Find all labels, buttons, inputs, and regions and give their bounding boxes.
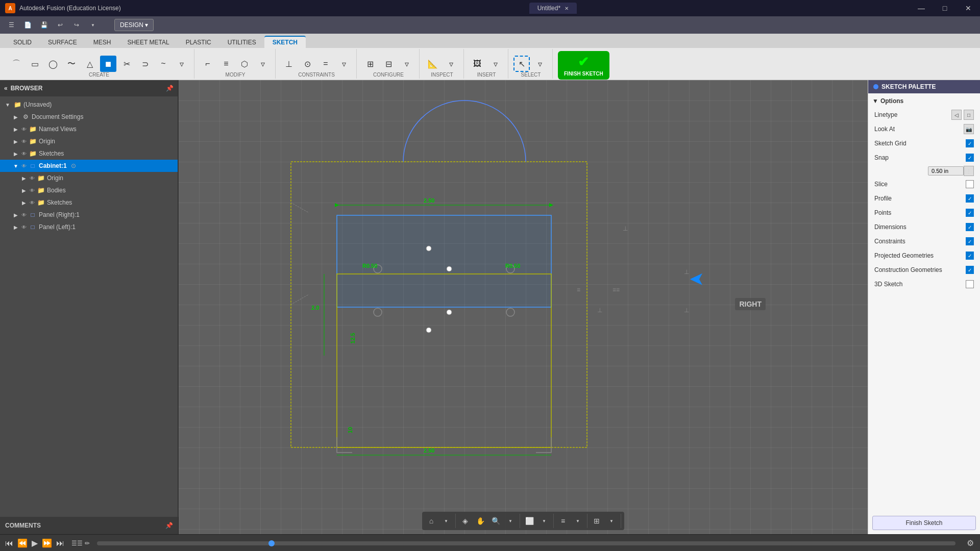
timeline-play[interactable]: ▶ [32,538,38,548]
tree-item-cabinet-bodies[interactable]: ▶ 👁 📁 Bodies [0,184,178,196]
measure-btn[interactable]: 📐 [425,56,441,72]
select-btn[interactable]: ↖ [513,56,530,72]
construction-geometries-checkbox[interactable]: ✓ [966,266,974,274]
dimensions-checkbox[interactable]: ✓ [966,223,974,231]
tree-item-panel-left[interactable]: ▶ 👁 □ Panel (Left):1 [0,221,178,233]
timeline-view-icon[interactable]: ☰☰ [71,540,83,547]
insert-more[interactable]: ▿ [487,56,504,72]
projected-geometries-checkbox[interactable]: ✓ [966,252,974,260]
undo-dropdown[interactable]: ▼ [86,18,100,32]
points-checkbox[interactable]: ✓ [966,209,974,217]
configure-more[interactable]: ▿ [399,56,415,72]
timeline-next-end[interactable]: ⏭ [56,539,64,548]
constraint-more[interactable]: ▿ [336,56,352,72]
visual-dropdown-btn[interactable]: ▼ [571,514,585,528]
fillet-tool[interactable]: ⌐ [200,56,216,72]
close-tab-icon[interactable]: ✕ [565,6,569,11]
configure-btn2[interactable]: ⊟ [380,56,397,72]
timeline-edit-icon[interactable]: ✏ [85,540,90,547]
3d-sketch-checkbox[interactable] [966,280,974,288]
snap-value-input[interactable] [928,166,964,176]
snap-options-button[interactable]: ⋮ [964,166,974,176]
constraints-checkbox[interactable]: ✓ [966,237,974,245]
maximize-button[interactable]: □ [933,0,957,16]
tree-item-cabinet-sketches[interactable]: ▶ 👁 📁 Sketches [0,196,178,209]
tab-sketch[interactable]: SKETCH [264,36,306,48]
view-dropdown-btn[interactable]: ▼ [439,514,453,528]
app-menu-button[interactable]: ☰ [4,18,18,32]
browser-collapse-icon[interactable]: « [4,85,8,92]
grid-btn[interactable]: ⊞ [590,514,604,528]
more-create-tool[interactable]: ▿ [174,56,190,72]
pan-btn[interactable]: ✋ [473,514,487,528]
save-button[interactable]: 💾 [37,18,51,32]
tab-solid[interactable]: SOLID [5,37,40,48]
grid-dropdown-btn[interactable]: ▼ [604,514,619,528]
redo-button[interactable]: ↪ [69,18,84,32]
zoom-dropdown-btn[interactable]: ▼ [503,514,518,528]
visual-style-btn[interactable]: ≡ [556,514,570,528]
profile-checkbox[interactable]: ✓ [966,194,974,203]
timeline-next[interactable]: ⏩ [42,538,52,548]
tab-utilities[interactable]: UTILITIES [219,37,264,48]
insert-image-btn[interactable]: 🖼 [469,56,485,72]
timeline-slider[interactable] [97,541,955,545]
browser-pin-icon[interactable]: 📌 [166,85,174,92]
tree-item-panel-right[interactable]: ▶ 👁 □ Panel (Right):1 [0,209,178,221]
trim-tool[interactable]: ✂ [118,56,135,72]
tab-surface[interactable]: SURFACE [40,37,85,48]
equal-tool[interactable]: = [317,56,334,72]
coincident-tool[interactable]: ⊥ [281,56,297,72]
display-dropdown-btn[interactable]: ▼ [537,514,551,528]
options-section-header[interactable]: ▼ Options [872,97,976,105]
tree-item-cabinet-origin[interactable]: ▶ 👁 📁 Origin [0,172,178,184]
settings-icon-bottom[interactable]: ⚙ [961,538,980,548]
minimize-button[interactable]: — [910,0,933,16]
tree-item-cabinet[interactable]: ▼ 👁 □ Cabinet:1 ⊙ [0,160,178,172]
rectangle-tool[interactable]: ▭ [27,56,43,72]
comments-pin-icon[interactable]: 📌 [165,522,173,529]
tab-sheet-metal[interactable]: SHEET METAL [119,37,177,48]
document-tab[interactable]: Untitled* ✕ [529,3,577,14]
tree-item-named-views[interactable]: ▶ 👁 📁 Named Views [0,123,178,135]
sketch-grid-checkbox[interactable]: ✓ [966,139,974,147]
new-button[interactable]: 📄 [20,18,35,32]
named-views-btn[interactable]: ◈ [458,514,472,528]
finish-sketch-button[interactable]: ✔ FINISH SKETCH [558,51,609,80]
polygon-tool[interactable]: △ [82,56,98,72]
curve-tool[interactable]: ~ [155,56,172,72]
timeline-prev[interactable]: ⏪ [17,538,28,548]
close-button[interactable]: ✕ [957,0,980,16]
tree-item-document-settings[interactable]: ▶ ⚙ Document Settings [0,111,178,123]
undo-button[interactable]: ↩ [53,18,67,32]
cabinet-radio-icon[interactable]: ⊙ [71,162,76,169]
viewport[interactable]: ⊥ ≡ ⊥ ⊥ ≡≡ ⊥ 2.50 R0.50 R0.50 2.0 2.50 1… [179,80,868,534]
offset-tool[interactable]: ≡ [218,56,234,72]
line-tool[interactable]: ⌒ [8,56,24,72]
spline-tool[interactable]: 〜 [63,56,80,72]
finish-sketch-palette-button[interactable]: Finish Sketch [872,516,976,530]
modify-more[interactable]: ▿ [255,56,271,72]
tree-item-sketches[interactable]: ▶ 👁 📁 Sketches [0,147,178,160]
tab-plastic[interactable]: PLASTIC [178,37,219,48]
home-view-btn[interactable]: ⌂ [424,514,438,528]
circle-tool[interactable]: ◯ [45,56,61,72]
collinear-tool[interactable]: ⊙ [299,56,315,72]
display-mode-btn[interactable]: ⬜ [522,514,536,528]
linetype-btn2[interactable]: □ [964,110,974,120]
look-at-icon-btn[interactable]: 📷 [964,124,974,134]
snap-checkbox[interactable]: ✓ [966,154,974,162]
zoom-btn[interactable]: 🔍 [488,514,503,528]
linetype-btn1[interactable]: ◁ [951,110,962,120]
timeline-prev-start[interactable]: ⏮ [5,539,13,548]
sketch-rect-tool[interactable]: ■ [100,56,116,72]
comments-panel[interactable]: COMMENTS 📌 [0,517,179,534]
tab-mesh[interactable]: MESH [85,37,119,48]
configure-btn1[interactable]: ⊞ [362,56,378,72]
inspect-more[interactable]: ▿ [443,56,459,72]
select-more[interactable]: ▿ [532,56,548,72]
tree-item-unsaved[interactable]: ▼ 📁 (Unsaved) [0,98,178,111]
tree-item-origin[interactable]: ▶ 👁 📁 Origin [0,135,178,147]
mirror-tool[interactable]: ⬡ [236,56,253,72]
slice-checkbox[interactable] [966,180,974,188]
